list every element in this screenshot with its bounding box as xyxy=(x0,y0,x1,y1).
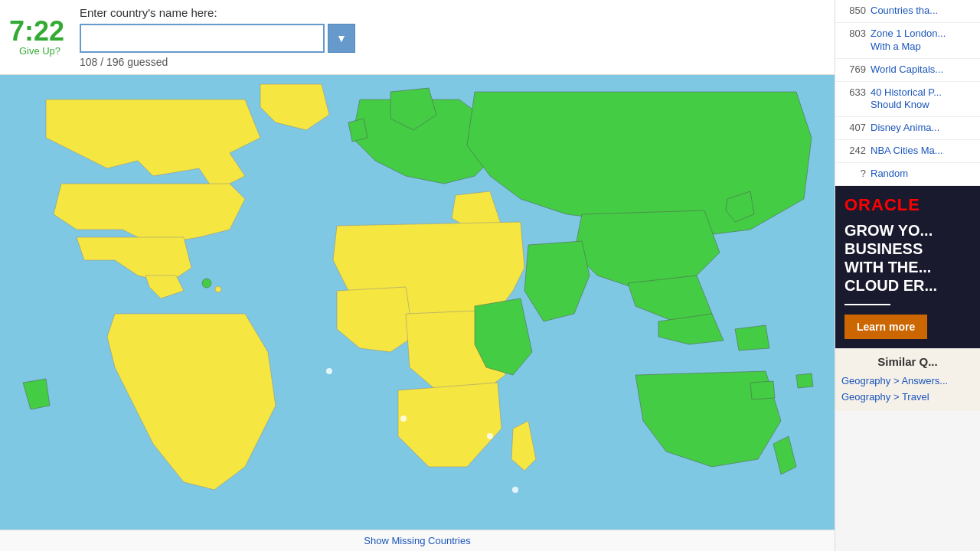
quiz-link-2[interactable]: Zone 1 London...With a Map xyxy=(871,28,946,54)
quiz-item-3: 769 World Capitals... xyxy=(835,59,980,82)
main-area: 7:22 Give Up? Enter country's name here:… xyxy=(0,0,835,551)
controls-row: 7:22 Give Up? Enter country's name here:… xyxy=(9,6,825,68)
ad-text: GROW YO...BUSINESSWITH THE...CLOUD ER... xyxy=(844,221,971,295)
country-input[interactable] xyxy=(80,24,325,53)
quiz-count-4: 633 xyxy=(841,86,866,98)
map-container xyxy=(0,75,835,530)
quiz-link-6[interactable]: NBA Cities Ma... xyxy=(871,145,943,158)
quiz-count-2: 803 xyxy=(841,28,866,39)
guess-count: 108 / 196 guessed xyxy=(80,56,825,68)
quiz-count-7: ? xyxy=(841,168,866,179)
quiz-item-7: ? Random xyxy=(835,163,980,186)
give-up-link[interactable]: Give Up? xyxy=(19,45,60,57)
dropdown-button[interactable]: ▼ xyxy=(328,24,355,53)
quiz-link-random[interactable]: Random xyxy=(871,168,908,181)
world-map xyxy=(0,75,835,530)
quiz-count-6: 242 xyxy=(841,145,866,156)
svg-point-2 xyxy=(215,286,221,292)
quiz-count-5: 407 xyxy=(841,122,866,133)
quiz-item-2: 803 Zone 1 London...With a Map xyxy=(835,23,980,59)
quiz-item-6: 242 NBA Cities Ma... xyxy=(835,140,980,163)
svg-point-1 xyxy=(202,279,211,288)
timer-display: 7:22 xyxy=(9,18,70,45)
ad-divider xyxy=(844,304,890,305)
oracle-logo: ORACLE xyxy=(844,195,971,215)
input-label: Enter country's name here: xyxy=(80,6,825,19)
quiz-item-4: 633 40 Historical P...Should Know xyxy=(835,82,980,118)
input-row: ▼ xyxy=(80,24,825,53)
timer-block: 7:22 Give Up? xyxy=(9,18,70,57)
svg-point-6 xyxy=(512,487,518,493)
similar-section: Similar Q... Geography > Answers... Geog… xyxy=(835,348,980,411)
svg-point-4 xyxy=(400,416,407,422)
sidebar: 850 Countries tha... 803 Zone 1 London..… xyxy=(835,0,980,551)
similar-title: Similar Q... xyxy=(841,355,974,368)
quiz-count-3: 769 xyxy=(841,64,866,75)
quiz-link-3[interactable]: World Capitals... xyxy=(871,64,943,77)
quiz-item-5: 407 Disney Anima... xyxy=(835,117,980,140)
svg-point-3 xyxy=(326,368,332,374)
similar-link-1[interactable]: Geography > Answers... xyxy=(841,373,974,389)
input-area: Enter country's name here: ▼ 108 / 196 g… xyxy=(80,6,825,68)
quiz-list: 850 Countries tha... 803 Zone 1 London..… xyxy=(835,0,980,186)
controls-panel: 7:22 Give Up? Enter country's name here:… xyxy=(0,0,835,75)
quiz-link-5[interactable]: Disney Anima... xyxy=(871,122,939,135)
ad-block: ORACLE GROW YO...BUSINESSWITH THE...CLOU… xyxy=(835,186,980,348)
show-missing-button[interactable]: Show Missing Countries xyxy=(0,530,835,551)
quiz-count-1: 850 xyxy=(841,5,866,16)
svg-point-5 xyxy=(487,433,493,439)
quiz-item-1: 850 Countries tha... xyxy=(835,0,980,23)
ad-learn-more-button[interactable]: Learn more xyxy=(844,315,927,339)
quiz-link-4[interactable]: 40 Historical P...Should Know xyxy=(871,86,942,112)
quiz-link-1[interactable]: Countries tha... xyxy=(871,5,938,18)
similar-link-2[interactable]: Geography > Travel xyxy=(841,389,974,405)
